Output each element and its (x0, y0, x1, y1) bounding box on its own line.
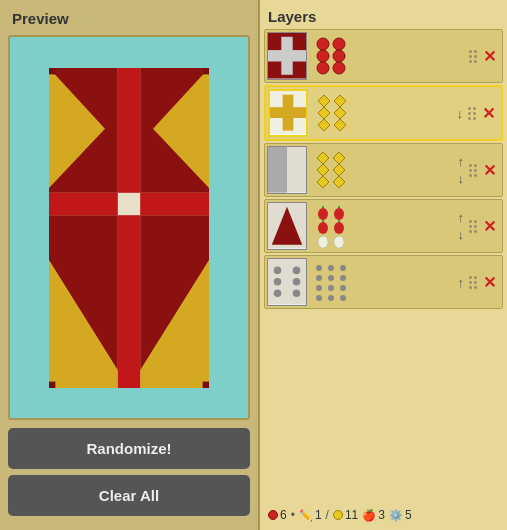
svg-point-23 (333, 62, 345, 74)
layer-arrows-3: ↑ ↓ (455, 154, 468, 186)
delete-layer-3[interactable]: ✕ (479, 159, 500, 182)
layer-pattern-3 (267, 146, 307, 194)
svg-marker-38 (333, 164, 345, 176)
yellow-dot-icon (333, 510, 343, 520)
svg-point-52 (334, 236, 344, 248)
layer-arrows-4: ↑ ↓ (455, 210, 468, 242)
layer-icon-5 (309, 258, 353, 306)
layers-list: ✕ (264, 29, 503, 504)
layer-arrows-2: ↓ (454, 106, 467, 121)
layer-pattern-5 (267, 258, 307, 306)
svg-rect-26 (270, 107, 306, 118)
layer-row[interactable]: ↑ ↓ ✕ (264, 143, 503, 197)
svg-marker-32 (334, 119, 346, 131)
svg-rect-11 (49, 68, 55, 74)
svg-marker-30 (334, 107, 346, 119)
svg-rect-34 (268, 147, 287, 193)
svg-marker-37 (317, 164, 329, 176)
layer-icon-3 (309, 146, 353, 194)
preview-title: Preview (8, 8, 250, 29)
svg-point-20 (317, 50, 329, 62)
svg-point-57 (293, 278, 301, 286)
layer-row[interactable]: ↑ ✕ (264, 255, 503, 309)
svg-point-66 (316, 285, 322, 291)
apple-icon: 🍎 (362, 509, 376, 522)
svg-point-54 (274, 267, 282, 275)
svg-point-70 (328, 295, 334, 301)
delete-layer-5[interactable]: ✕ (479, 271, 500, 294)
svg-point-71 (340, 295, 346, 301)
svg-point-59 (293, 289, 301, 297)
layer-pattern-1 (267, 32, 307, 80)
svg-point-21 (333, 50, 345, 62)
svg-rect-14 (203, 381, 209, 387)
svg-point-64 (328, 275, 334, 281)
layer-row[interactable]: ✕ (264, 29, 503, 83)
layer-icon-4 (309, 202, 353, 250)
svg-point-68 (340, 285, 346, 291)
randomize-button[interactable]: Randomize! (8, 428, 250, 469)
svg-rect-8 (118, 215, 140, 388)
layer-arrows-5: ↑ (455, 275, 468, 290)
drag-handle-1[interactable] (469, 50, 477, 63)
svg-rect-7 (118, 68, 140, 193)
layer-pattern-4 (267, 202, 307, 250)
svg-rect-17 (268, 50, 306, 61)
svg-point-60 (316, 265, 322, 271)
drag-handle-3[interactable] (469, 164, 477, 177)
svg-point-56 (274, 278, 282, 286)
stat-divider-2: / (326, 508, 329, 522)
drag-handle-4[interactable] (469, 220, 477, 233)
arrow-up-4[interactable]: ↑ (455, 210, 468, 225)
stat-apple: 🍎 3 (362, 508, 385, 522)
arrow-up-5[interactable]: ↑ (455, 275, 468, 290)
svg-marker-40 (333, 176, 345, 188)
svg-marker-36 (333, 152, 345, 164)
svg-point-69 (316, 295, 322, 301)
gear-icon: ⚙️ (389, 509, 403, 522)
delete-layer-4[interactable]: ✕ (479, 215, 500, 238)
delete-layer-2[interactable]: ✕ (478, 102, 499, 125)
svg-marker-29 (318, 107, 330, 119)
svg-marker-35 (317, 152, 329, 164)
stat-red: 6 (268, 508, 287, 522)
svg-point-51 (318, 236, 328, 248)
svg-point-19 (333, 38, 345, 50)
arrow-down-3[interactable]: ↓ (455, 171, 468, 186)
red-count: 6 (280, 508, 287, 522)
clear-all-button[interactable]: Clear All (8, 475, 250, 516)
svg-point-67 (328, 285, 334, 291)
svg-point-63 (316, 275, 322, 281)
drag-handle-5[interactable] (469, 276, 477, 289)
svg-point-58 (274, 289, 282, 297)
layer-row[interactable]: ↓ ✕ (264, 85, 503, 141)
yellow-count: 11 (345, 508, 358, 522)
layer-pattern-2 (268, 89, 308, 137)
pencil-count: 1 (315, 508, 322, 522)
layer-row[interactable]: ↑ ↓ ✕ (264, 199, 503, 253)
right-panel: Layers (260, 0, 507, 530)
svg-point-61 (328, 265, 334, 271)
arrow-down-2[interactable]: ↓ (454, 106, 467, 121)
pencil-icon: ✏️ (299, 509, 313, 522)
layers-title: Layers (264, 6, 503, 29)
svg-rect-12 (203, 68, 209, 74)
stat-pencil: ✏️ 1 (299, 508, 322, 522)
arrow-up-3[interactable]: ↑ (455, 154, 468, 169)
delete-layer-1[interactable]: ✕ (479, 45, 500, 68)
svg-marker-27 (318, 95, 330, 107)
drag-handle-2[interactable] (468, 107, 476, 120)
svg-point-65 (340, 275, 346, 281)
svg-point-49 (334, 222, 344, 234)
preview-area (8, 35, 250, 420)
apple-count: 3 (378, 508, 385, 522)
svg-marker-28 (334, 95, 346, 107)
layer-icon-2 (310, 89, 354, 137)
svg-point-18 (317, 38, 329, 50)
svg-point-22 (317, 62, 329, 74)
svg-point-62 (340, 265, 346, 271)
svg-point-45 (334, 208, 344, 220)
svg-rect-9 (49, 192, 118, 214)
arrow-down-4[interactable]: ↓ (455, 227, 468, 242)
svg-point-47 (318, 222, 328, 234)
